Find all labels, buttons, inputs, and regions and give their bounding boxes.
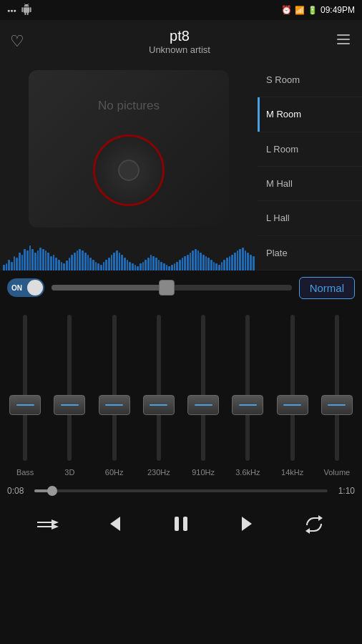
total-time: 1:10 bbox=[333, 486, 355, 496]
room-item-m-room[interactable]: M Room bbox=[258, 97, 362, 132]
eq-slider-thumb[interactable] bbox=[159, 280, 175, 296]
playback-controls bbox=[0, 502, 362, 545]
eq-track-3d[interactable] bbox=[67, 315, 72, 461]
room-panel: S RoomM RoomL RoomM HallL HallPlate bbox=[258, 63, 362, 270]
eq-channel-3d: 3D bbox=[49, 312, 90, 477]
waveform-bar bbox=[53, 255, 55, 270]
eq-thumb-line bbox=[283, 404, 301, 406]
toggle-thumb bbox=[27, 280, 43, 296]
next-button[interactable] bbox=[230, 507, 265, 541]
eq-thumb-line bbox=[239, 404, 257, 406]
eq-track-910hz[interactable] bbox=[201, 315, 205, 461]
eq-channel-bass: Bass bbox=[4, 312, 46, 477]
waveform-bar bbox=[79, 249, 81, 270]
toggle-track[interactable]: ON bbox=[7, 278, 44, 297]
waveform-bar bbox=[100, 265, 102, 270]
eq-channel-230hz: 230Hz bbox=[138, 312, 180, 477]
waveform-bar bbox=[31, 249, 34, 270]
waveform-bar bbox=[184, 256, 186, 270]
header: ♡ pt8 Unknown artist bbox=[0, 20, 362, 63]
waveform-bar bbox=[195, 249, 197, 270]
room-item-m-hall[interactable]: M Hall bbox=[258, 167, 362, 201]
waveform-bar bbox=[182, 258, 184, 270]
waveform-bar bbox=[19, 253, 21, 270]
waveform-bar bbox=[160, 262, 162, 270]
eq-label-3d: 3D bbox=[64, 468, 74, 477]
room-item-l-room[interactable]: L Room bbox=[258, 132, 362, 167]
shuffle-button[interactable] bbox=[31, 507, 65, 541]
eq-track-60hz[interactable] bbox=[112, 315, 117, 461]
eq-channel-volume: Volume bbox=[316, 312, 358, 477]
waveform-bar bbox=[74, 253, 76, 270]
waveform-bar bbox=[147, 258, 150, 270]
eq-thumb-14khz[interactable] bbox=[277, 395, 308, 415]
eq-controls-row: ON Normal bbox=[0, 270, 362, 305]
eq-track-230hz[interactable] bbox=[157, 315, 161, 461]
battery-icon: 🔋 bbox=[308, 6, 318, 15]
artist-name: Unknown artist bbox=[149, 44, 210, 55]
eq-thumb-line bbox=[195, 404, 212, 406]
waveform-bar bbox=[124, 258, 126, 270]
normal-button[interactable]: Normal bbox=[299, 277, 355, 299]
eq-track-3.6khz[interactable] bbox=[245, 315, 250, 461]
eq-channel-910hz: 910Hz bbox=[182, 312, 224, 477]
waveform-bar bbox=[34, 253, 36, 270]
svg-rect-2 bbox=[337, 43, 350, 44]
waveform-bar bbox=[111, 255, 113, 270]
eq-thumb-3.6khz[interactable] bbox=[232, 395, 263, 415]
eq-thumb-line bbox=[105, 404, 123, 406]
favorite-button[interactable]: ♡ bbox=[10, 32, 24, 51]
eq-thumb-910hz[interactable] bbox=[187, 395, 219, 415]
waveform-bar bbox=[14, 256, 16, 270]
pause-button[interactable] bbox=[164, 507, 198, 541]
waveform-bar bbox=[242, 248, 244, 270]
eq-thumb-line bbox=[150, 404, 167, 406]
waveform-bar bbox=[190, 253, 192, 270]
progress-track[interactable] bbox=[34, 489, 328, 492]
waveform-bar bbox=[55, 258, 57, 270]
progress-thumb[interactable] bbox=[47, 486, 57, 496]
status-bar: ●●● ⏰ 📶 🔋 09:49PM bbox=[0, 0, 362, 20]
eq-track-volume[interactable] bbox=[335, 315, 339, 461]
room-item-plate[interactable]: Plate bbox=[258, 236, 362, 270]
waveform-bar bbox=[239, 249, 241, 270]
eq-channel-60hz: 60Hz bbox=[94, 312, 135, 477]
waveform-bar bbox=[3, 265, 5, 270]
waveform-bar bbox=[166, 265, 168, 270]
header-center: pt8 Unknown artist bbox=[149, 28, 210, 55]
eq-toggle[interactable]: ON bbox=[7, 278, 44, 297]
eq-thumb-bass[interactable] bbox=[9, 395, 41, 415]
waveform-bar bbox=[37, 250, 39, 270]
equalizer: Bass3D60Hz230Hz910Hz3.6kHz14kHzVolume bbox=[0, 305, 362, 479]
eq-track-bass[interactable] bbox=[23, 315, 27, 461]
room-item-l-hall[interactable]: L Hall bbox=[258, 201, 362, 235]
waveform-bar bbox=[174, 263, 176, 270]
eq-thumb-3d[interactable] bbox=[54, 395, 85, 415]
waveform-bar bbox=[253, 256, 255, 270]
eq-track-14khz[interactable] bbox=[290, 315, 295, 461]
waveform-bar bbox=[63, 263, 65, 270]
eq-thumb-volume[interactable] bbox=[321, 395, 353, 415]
prev-button[interactable] bbox=[97, 507, 132, 541]
eq-master-slider[interactable] bbox=[52, 285, 292, 291]
waveform-bar bbox=[158, 260, 160, 270]
waveform-bar bbox=[71, 255, 73, 270]
repeat-button[interactable] bbox=[297, 507, 331, 541]
eq-label-230hz: 230Hz bbox=[147, 468, 170, 477]
room-item-s-room[interactable]: S Room bbox=[258, 63, 362, 97]
waveform-bar bbox=[150, 255, 152, 270]
waveform-bar bbox=[24, 249, 26, 270]
toggle-label: ON bbox=[11, 284, 22, 292]
waveform-bar bbox=[87, 255, 89, 270]
status-left: ●●● bbox=[7, 4, 32, 17]
waveform-bar bbox=[197, 250, 200, 270]
waveform-bar bbox=[45, 250, 47, 270]
eq-label-3.6khz: 3.6kHz bbox=[235, 468, 260, 477]
eq-thumb-230hz[interactable] bbox=[143, 395, 175, 415]
waveform-bar bbox=[205, 256, 207, 270]
eq-thumb-60hz[interactable] bbox=[99, 395, 130, 415]
dot-icon: ●●● bbox=[7, 8, 16, 13]
waveform-bar bbox=[142, 262, 145, 270]
waveform-bar bbox=[152, 256, 155, 270]
menu-button[interactable] bbox=[335, 31, 352, 52]
